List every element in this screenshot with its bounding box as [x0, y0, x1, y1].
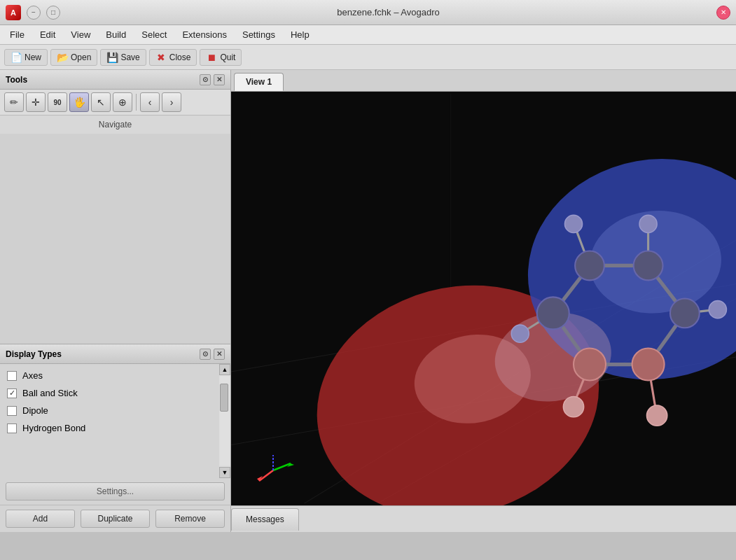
duplicate-display-button[interactable]: Duplicate — [81, 510, 150, 528]
menu-view[interactable]: View — [64, 27, 97, 42]
svg-point-25 — [575, 251, 604, 281]
move-tool-button[interactable]: ✛ — [26, 92, 46, 112]
select-tool-button[interactable]: ↖ — [91, 92, 111, 112]
window-title: benzene.fchk – Avogadro — [66, 7, 711, 18]
tools-float-button[interactable]: ⊙ — [200, 74, 211, 85]
tools-header: Tools ⊙ ✕ — [0, 70, 230, 90]
scroll-down-arrow[interactable]: ▼ — [219, 467, 230, 478]
tools-close-button[interactable]: ✕ — [214, 74, 225, 85]
axes-checkbox[interactable] — [7, 371, 17, 381]
display-item-ball-and-stick[interactable]: ✓ Ball and Stick — [0, 384, 230, 402]
view1-tab[interactable]: View 1 — [234, 73, 284, 91]
molecule-visualization — [231, 92, 736, 505]
close-doc-icon: ✖ — [155, 52, 167, 63]
ball-and-stick-checkbox[interactable]: ✓ — [7, 388, 17, 398]
display-list-wrapper: Axes ✓ Ball and Stick Dipole Hydroge — [0, 364, 230, 478]
menu-file[interactable]: File — [3, 27, 32, 42]
messages-tab[interactable]: Messages — [231, 508, 299, 531]
dipole-checkbox[interactable] — [7, 406, 17, 416]
toolbar-quit-label: Quit — [220, 52, 235, 62]
svg-line-35 — [273, 463, 291, 470]
display-section: Display Types ⊙ ✕ Axes ✓ Ball an — [0, 344, 230, 532]
toolbar-quit-button[interactable]: ⏹ Quit — [200, 49, 242, 66]
title-maximize[interactable]: □ — [46, 6, 60, 20]
toolbar-open-label: Open — [71, 52, 91, 62]
quit-icon: ⏹ — [206, 52, 217, 63]
menu-edit[interactable]: Edit — [33, 27, 62, 42]
scroll-thumb[interactable] — [220, 384, 228, 412]
draw-icon: ✏ — [10, 97, 18, 108]
svg-point-34 — [647, 405, 667, 426]
main-layout: Tools ⊙ ✕ ✏ ✛ 90 🖐 — [0, 70, 736, 532]
toolbar-open-button[interactable]: 📂 Open — [50, 49, 97, 66]
right-panel: View 1 — [231, 70, 736, 532]
select-cursor-icon: ↖ — [97, 97, 105, 108]
open-icon: 📂 — [57, 52, 68, 63]
axis-indicator — [252, 449, 294, 491]
display-title: Display Types — [6, 349, 62, 359]
new-icon: 📄 — [11, 52, 22, 63]
display-float-button[interactable]: ⊙ — [200, 349, 211, 360]
svg-point-33 — [563, 397, 583, 417]
menu-extensions[interactable]: Extensions — [175, 27, 234, 42]
display-close-button[interactable]: ✕ — [214, 349, 225, 360]
toolbar-new-label: New — [25, 52, 41, 62]
viewport[interactable] — [231, 92, 736, 505]
rotate90-tool-button[interactable]: 90 — [48, 92, 67, 112]
menu-help[interactable]: Help — [284, 27, 317, 42]
display-item-hydrogen-bond[interactable]: Hydrogen Bond — [0, 419, 230, 437]
svg-point-29 — [709, 301, 726, 318]
dipole-label: Dipole — [22, 405, 48, 416]
measure-tool-button[interactable]: ⊕ — [113, 92, 132, 112]
svg-point-26 — [537, 297, 569, 329]
draw-tool-button[interactable]: ✏ — [4, 92, 24, 112]
svg-line-37 — [259, 470, 273, 481]
svg-point-27 — [574, 349, 606, 381]
main-toolbar: 📄 New 📂 Open 💾 Save ✖ Close ⏹ Quit — [0, 45, 736, 70]
svg-point-31 — [564, 215, 582, 232]
tools-content-area — [0, 134, 230, 344]
toolbar-close-button[interactable]: ✖ Close — [149, 49, 197, 66]
scroll-track — [220, 377, 230, 465]
next-tool-button[interactable]: › — [162, 92, 181, 112]
display-item-dipole[interactable]: Dipole — [0, 402, 230, 419]
toolbar-save-label: Save — [120, 52, 139, 62]
display-list: Axes ✓ Ball and Stick Dipole Hydroge — [0, 364, 230, 440]
prev-tool-button[interactable]: ‹ — [140, 92, 160, 112]
toolbar-save-button[interactable]: 💾 Save — [100, 49, 146, 66]
display-scrollbar[interactable]: ▲ ▼ — [219, 364, 230, 478]
add-display-button[interactable]: Add — [6, 510, 75, 528]
tools-title: Tools — [6, 75, 27, 85]
tool-separator — [136, 94, 137, 111]
next-icon: › — [170, 97, 174, 108]
hydrogen-bond-label: Hydrogen Bond — [22, 423, 85, 433]
rotate90-icon: 90 — [53, 99, 61, 106]
svg-point-23 — [670, 299, 700, 328]
display-settings-button[interactable]: Settings... — [6, 482, 225, 500]
svg-point-30 — [639, 215, 657, 232]
view-tabs: View 1 — [231, 70, 736, 92]
title-minimize[interactable]: − — [27, 6, 41, 20]
display-action-buttons: Add Duplicate Remove — [0, 505, 230, 532]
scroll-up-arrow[interactable]: ▲ — [219, 364, 230, 375]
axes-label: Axes — [22, 370, 43, 381]
toolbar-new-button[interactable]: 📄 New — [4, 49, 48, 66]
remove-display-button[interactable]: Remove — [155, 510, 225, 528]
title-close[interactable]: ✕ — [716, 6, 730, 20]
menu-select[interactable]: Select — [134, 27, 174, 42]
ball-and-stick-label: Ball and Stick — [22, 388, 78, 398]
hand-tool-button[interactable]: 🖐 — [69, 92, 89, 112]
svg-point-32 — [511, 325, 529, 342]
menu-build[interactable]: Build — [99, 27, 133, 42]
menu-bar: File Edit View Build Select Extensions S… — [0, 25, 736, 45]
toolbar-close-label: Close — [169, 52, 191, 62]
menu-settings[interactable]: Settings — [235, 27, 282, 42]
title-bar: A − □ benzene.fchk – Avogadro ✕ — [0, 0, 736, 25]
svg-point-28 — [632, 349, 665, 381]
tools-section: Tools ⊙ ✕ ✏ ✛ 90 🖐 — [0, 70, 230, 344]
display-header-controls: ⊙ ✕ — [200, 349, 225, 360]
display-item-axes[interactable]: Axes — [0, 367, 230, 384]
hydrogen-bond-checkbox[interactable] — [7, 424, 17, 433]
messages-bar: Messages — [231, 505, 736, 532]
hand-icon: 🖐 — [74, 97, 85, 108]
